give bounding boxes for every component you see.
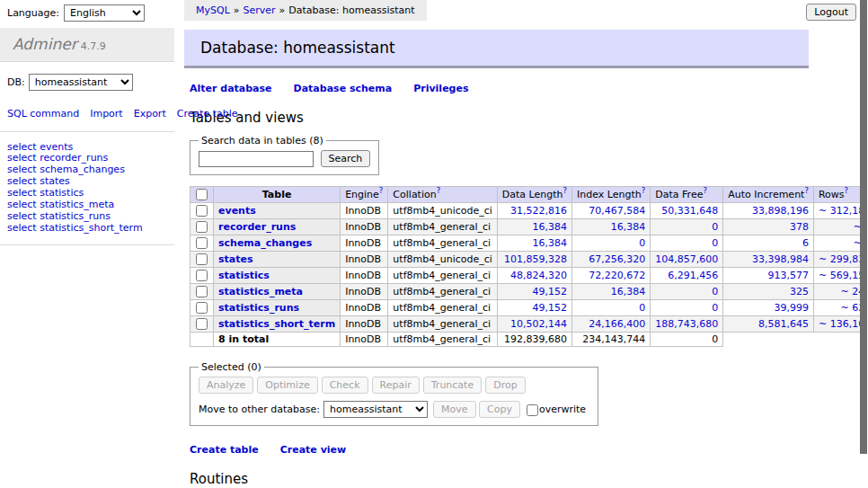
- link-create-table[interactable]: Create table: [190, 444, 259, 456]
- table-name-link[interactable]: statistics_meta: [218, 286, 303, 297]
- row-checkbox[interactable]: [196, 286, 208, 297]
- db-select[interactable]: homeassistant: [29, 74, 133, 91]
- data-free-link[interactable]: 6,291,456: [668, 270, 718, 281]
- auto-increment-cell: 33,898,196: [723, 203, 814, 219]
- search-button[interactable]: Search: [321, 150, 371, 167]
- sidebar-link-sql-command[interactable]: SQL command: [7, 108, 79, 120]
- index-length-link[interactable]: 16,384: [611, 286, 646, 297]
- scrollbar-track[interactable]: [860, 0, 868, 488]
- help-link[interactable]: ?: [804, 186, 809, 195]
- help-link[interactable]: ?: [845, 186, 849, 195]
- analyze-button[interactable]: Analyze: [199, 377, 253, 394]
- data-free-link[interactable]: 50,331,648: [661, 205, 718, 217]
- optimize-button[interactable]: Optimize: [257, 377, 317, 394]
- row-checkbox[interactable]: [196, 302, 208, 314]
- index-length-link[interactable]: 72,220,672: [589, 270, 645, 281]
- data-free-link[interactable]: 0: [712, 221, 718, 233]
- table-name-link[interactable]: schema_changes: [218, 237, 312, 249]
- link-create-view[interactable]: Create view: [280, 444, 347, 456]
- tables-heading: Tables and views: [190, 110, 868, 126]
- data-length-cell: 48,824,320: [497, 268, 571, 284]
- auto-increment-link[interactable]: 33,398,984: [752, 253, 809, 265]
- index-length-link[interactable]: 67,256,320: [589, 253, 645, 265]
- table-name-link[interactable]: statistics: [218, 270, 270, 281]
- search-input[interactable]: [199, 151, 314, 167]
- help-link[interactable]: ?: [642, 186, 646, 195]
- help-link[interactable]: ?: [703, 186, 707, 195]
- row-checkbox[interactable]: [196, 253, 208, 265]
- adminer-logo[interactable]: Adminer: [13, 35, 77, 53]
- sidebar-link-export[interactable]: Export: [134, 108, 166, 120]
- logout-button[interactable]: Logout: [806, 4, 856, 21]
- row-checkbox[interactable]: [196, 318, 208, 330]
- engine-cell: InnoDB: [341, 235, 388, 252]
- action-link-privileges[interactable]: Privileges: [413, 83, 468, 94]
- data-free-link[interactable]: 0: [712, 237, 718, 249]
- page-title: Database: homeassistant: [184, 30, 809, 68]
- index-length-link[interactable]: 0: [639, 302, 645, 314]
- scrollbar-thumb[interactable]: [860, 0, 867, 454]
- index-length-link[interactable]: 0: [639, 237, 645, 249]
- table-name-link[interactable]: states: [218, 253, 253, 265]
- help-sup: ?: [845, 186, 849, 195]
- data-length-link[interactable]: 101,859,328: [504, 253, 567, 265]
- drop-button[interactable]: Drop: [485, 377, 525, 394]
- auto-increment-link[interactable]: 39,999: [774, 302, 809, 314]
- row-checkbox[interactable]: [196, 270, 208, 281]
- overwrite-label[interactable]: overwrite: [539, 404, 586, 415]
- index-length-link[interactable]: 70,467,584: [589, 205, 645, 217]
- breadcrumb-link[interactable]: Server: [244, 4, 276, 16]
- auto-increment-cell: 378: [723, 219, 814, 235]
- auto-increment-link[interactable]: 378: [790, 221, 809, 233]
- auto-increment-link[interactable]: 6: [802, 237, 809, 249]
- move-row: Move to other database:homeassistantMove…: [199, 401, 589, 418]
- data-free-link[interactable]: 104,857,600: [655, 253, 718, 265]
- help-link[interactable]: ?: [563, 186, 568, 195]
- auto-increment-link[interactable]: 33,898,196: [752, 205, 809, 217]
- sidebar-select-statistics-short-term[interactable]: select statistics_short_term: [7, 223, 167, 235]
- truncate-button[interactable]: Truncate: [423, 377, 482, 394]
- index-length-link[interactable]: 16,384: [611, 221, 646, 233]
- selected-legend: Selected (0): [199, 361, 264, 373]
- row-checkbox[interactable]: [196, 221, 208, 233]
- data-length-link[interactable]: 49,152: [533, 286, 568, 297]
- help-link[interactable]: ?: [437, 186, 441, 195]
- check-button[interactable]: Check: [322, 377, 368, 394]
- data-free-link[interactable]: 0: [712, 302, 718, 314]
- table-name-link[interactable]: statistics_runs: [218, 302, 299, 314]
- data-length-link[interactable]: 48,824,320: [510, 270, 567, 281]
- table-name-link[interactable]: statistics_short_term: [218, 318, 335, 330]
- overwrite-checkbox[interactable]: [527, 404, 538, 416]
- table-name-link[interactable]: recorder_runs: [218, 221, 296, 233]
- copy-button[interactable]: Copy: [479, 401, 520, 418]
- sidebar-link-create-table[interactable]: Create table: [177, 108, 238, 120]
- select-all-checkbox[interactable]: [196, 189, 208, 200]
- help-link[interactable]: ?: [379, 186, 384, 195]
- column-header-auto-increment: Auto Increment?: [723, 187, 814, 203]
- data-free-link[interactable]: 188,743,680: [655, 318, 718, 330]
- action-link-database-schema[interactable]: Database schema: [294, 83, 393, 94]
- row-checkbox[interactable]: [196, 205, 208, 217]
- table-name-link[interactable]: events: [218, 205, 256, 217]
- breadcrumb-link[interactable]: MySQL: [196, 4, 230, 16]
- brand-bar: Adminer4.7.9: [0, 28, 174, 62]
- row-checkbox[interactable]: [196, 237, 208, 249]
- auto-increment-cell: 325: [723, 284, 814, 300]
- auto-increment-link[interactable]: 325: [790, 286, 809, 297]
- data-length-link[interactable]: 49,152: [533, 302, 568, 314]
- auto-increment-link[interactable]: 913,577: [767, 270, 809, 281]
- data-length-link[interactable]: 31,522,816: [510, 205, 567, 217]
- routines-heading: Routines: [190, 471, 868, 487]
- repair-button[interactable]: Repair: [372, 377, 420, 394]
- data-length-link[interactable]: 16,384: [533, 237, 568, 249]
- help-sup: ?: [437, 186, 441, 195]
- data-length-link[interactable]: 16,384: [533, 221, 568, 233]
- index-length-link[interactable]: 24,166,400: [589, 318, 645, 330]
- action-link-alter-database[interactable]: Alter database: [190, 83, 272, 94]
- move-db-select[interactable]: homeassistant: [323, 401, 428, 418]
- auto-increment-link[interactable]: 8,581,645: [758, 318, 809, 330]
- data-length-link[interactable]: 10,502,144: [510, 318, 567, 330]
- move-button[interactable]: Move: [433, 401, 476, 418]
- data-free-link[interactable]: 0: [712, 286, 718, 297]
- sidebar-link-import[interactable]: Import: [90, 108, 123, 120]
